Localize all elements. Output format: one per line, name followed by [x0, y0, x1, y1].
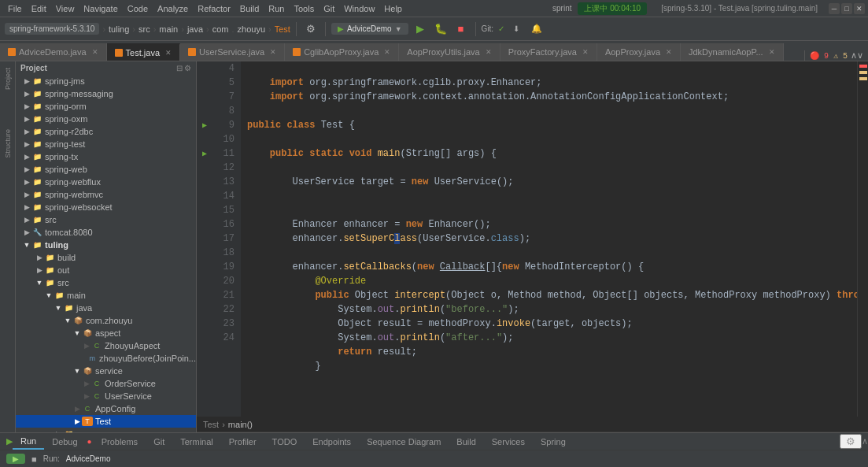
- tree-item-main[interactable]: ▼📁main: [16, 289, 196, 302]
- minimize-button[interactable]: ─: [829, 3, 840, 14]
- stop-button[interactable]: ■: [452, 20, 470, 38]
- tree-item-spring-messaging[interactable]: ▶📁spring-messaging: [16, 87, 196, 100]
- breadcrumb-main[interactable]: main(): [228, 420, 253, 429]
- tree-item-tomcat[interactable]: ▶🔧tomcat.8080: [16, 226, 196, 239]
- structure-panel-tab[interactable]: Structure: [2, 126, 13, 161]
- run-play-button[interactable]: ▶: [6, 454, 25, 464]
- bottom-tab-endpoints[interactable]: Endpoints: [305, 435, 359, 449]
- tree-item-spring-webmvc[interactable]: ▶📁spring-webmvc: [16, 188, 196, 201]
- toolbar-com[interactable]: com: [212, 24, 229, 34]
- close-icon-us[interactable]: ✕: [270, 48, 276, 56]
- menu-view[interactable]: View: [51, 4, 79, 13]
- menu-git[interactable]: Git: [319, 4, 339, 13]
- tree-item-spring-webflux[interactable]: ▶📁spring-webflux: [16, 176, 196, 188]
- tree-item-spring-oxm[interactable]: ▶📁spring-oxm: [16, 113, 196, 125]
- toolbar-java[interactable]: java: [187, 24, 203, 34]
- tree-item-spring-orm[interactable]: ▶📁spring-orm: [16, 100, 196, 113]
- close-icon-test[interactable]: ✕: [165, 49, 172, 57]
- run-arrow-9[interactable]: ▶: [197, 146, 212, 161]
- menu-tools[interactable]: Tools: [289, 4, 319, 13]
- close-icon-apu[interactable]: ✕: [486, 48, 492, 56]
- tree-item-spring-tx[interactable]: ▶📁spring-tx: [16, 150, 196, 163]
- maximize-button[interactable]: □: [841, 3, 852, 14]
- tab-test[interactable]: Test.java ✕: [107, 43, 180, 61]
- tree-item-zhouyubefore[interactable]: ▶mzhouyuBefore(JoinPoin...: [16, 352, 196, 365]
- toolbar-zhouyu[interactable]: zhouyu: [238, 24, 265, 34]
- bottom-tab-services[interactable]: Services: [484, 435, 533, 449]
- toolbar-main[interactable]: main: [159, 24, 178, 34]
- close-icon[interactable]: ✕: [92, 48, 98, 56]
- tree-item-spring-test[interactable]: ▶📁spring-test: [16, 138, 196, 150]
- tree-item-zhouyuaspect[interactable]: ▶CZhouyuAspect: [16, 339, 196, 352]
- tree-item-tuling[interactable]: ▼📁tuling: [16, 239, 196, 251]
- tree-item-out[interactable]: ▶📁out: [16, 264, 196, 276]
- close-icon-ap[interactable]: ✕: [666, 48, 672, 56]
- settings-button[interactable]: ⚙: [302, 20, 319, 38]
- tree-item-build[interactable]: ▶📁build: [16, 251, 196, 264]
- bottom-tab-problems[interactable]: Problems: [94, 435, 146, 449]
- sidebar-collapse-button[interactable]: ⊟: [176, 64, 183, 72]
- sidebar-settings-button[interactable]: ⚙: [184, 64, 191, 72]
- tab-jdkdynamic[interactable]: JdkDynamicAopP... ✕: [681, 43, 784, 61]
- tree-item-java[interactable]: ▼📁java: [16, 302, 196, 314]
- menu-analyze[interactable]: Analyze: [153, 4, 193, 13]
- bottom-expand-button[interactable]: ∧: [862, 436, 868, 447]
- tab-aopproxy[interactable]: AopProxy.java ✕: [597, 43, 681, 61]
- tab-proxyfactory[interactable]: ProxyFactory.java ✕: [500, 43, 597, 61]
- expand-errors-button[interactable]: ∧: [851, 50, 857, 61]
- menu-window[interactable]: Window: [339, 4, 379, 13]
- bottom-tab-debug[interactable]: Debug: [44, 435, 85, 449]
- menu-navigate[interactable]: Navigate: [79, 4, 122, 13]
- bottom-tab-run[interactable]: Run: [13, 434, 44, 450]
- bottom-tab-todo[interactable]: TODO: [264, 435, 305, 449]
- menu-edit[interactable]: Edit: [27, 4, 51, 13]
- code-editor[interactable]: ▶ ▶ 4: [197, 61, 868, 432]
- tree-item-spring-r2dbc[interactable]: ▶📁spring-r2dbc: [16, 125, 196, 138]
- toolbar-project[interactable]: spring-framework-5.3.10: [5, 23, 99, 35]
- debug-button[interactable]: 🐛: [432, 20, 449, 38]
- tab-advice-demo[interactable]: AdviceDemo.java ✕: [0, 43, 107, 61]
- git-fetch-button[interactable]: ⬇: [508, 20, 525, 38]
- tab-cglibaooproxy[interactable]: CglibAopProxy.java ✕: [285, 43, 399, 61]
- tree-item-orderservice[interactable]: ▶COrderService: [16, 377, 196, 390]
- code-content[interactable]: import org.springframework.cglib.proxy.E…: [241, 61, 857, 417]
- toolbar-module[interactable]: tuling: [109, 24, 129, 34]
- bottom-tab-build[interactable]: Build: [449, 435, 483, 449]
- tree-item-src[interactable]: ▶📁src: [16, 213, 196, 226]
- tree-item-spring-web[interactable]: ▶📁spring-web: [16, 163, 196, 176]
- run-button[interactable]: ▶: [412, 20, 429, 38]
- bottom-tab-terminal[interactable]: Terminal: [172, 435, 221, 449]
- tab-aopproxyutils[interactable]: AopProxyUtils.java ✕: [399, 43, 500, 61]
- menu-help[interactable]: Help: [379, 4, 407, 13]
- run-config-selector[interactable]: ▶ AdviceDemo ▼: [331, 23, 408, 35]
- tree-item-resources[interactable]: ▶📁resources: [16, 428, 196, 432]
- menu-build[interactable]: Build: [235, 4, 264, 13]
- tree-item-service[interactable]: ▼📦service: [16, 365, 196, 377]
- toolbar-test[interactable]: Test: [275, 24, 290, 34]
- project-panel-tab[interactable]: Project: [2, 65, 13, 93]
- close-button[interactable]: ✕: [854, 3, 865, 14]
- toolbar-src[interactable]: src: [139, 24, 150, 34]
- bottom-tab-spring[interactable]: Spring: [533, 435, 574, 449]
- tree-item-spring-jms[interactable]: ▶📁spring-jms: [16, 75, 196, 87]
- close-icon-jdk[interactable]: ✕: [769, 48, 775, 56]
- tab-userservice[interactable]: UserService.java ✕: [180, 43, 285, 61]
- notification-button[interactable]: 🔔: [528, 20, 545, 38]
- menu-file[interactable]: File: [3, 4, 27, 13]
- run-arrow-7[interactable]: ▶: [197, 118, 212, 132]
- bottom-tab-profiler[interactable]: Profiler: [221, 435, 264, 449]
- tree-item-userservice[interactable]: ▶CUserService: [16, 390, 196, 402]
- tree-item-src2[interactable]: ▼📁src: [16, 276, 196, 289]
- run-stop-button[interactable]: ■: [31, 454, 37, 464]
- menu-run[interactable]: Run: [264, 4, 289, 13]
- collapse-errors-button[interactable]: ∨: [857, 50, 863, 61]
- menu-refactor[interactable]: Refactor: [193, 4, 235, 13]
- close-icon-cglib[interactable]: ✕: [384, 48, 390, 56]
- tree-item-test[interactable]: ▶TTest: [16, 415, 196, 428]
- tree-item-aspect[interactable]: ▼📦aspect: [16, 327, 196, 339]
- breadcrumb-test[interactable]: Test: [203, 420, 219, 429]
- bottom-tab-git[interactable]: Git: [146, 435, 172, 449]
- bottom-gear-button[interactable]: ⚙: [840, 434, 862, 449]
- menu-code[interactable]: Code: [123, 4, 153, 13]
- tree-item-spring-websocket[interactable]: ▶📁spring-websocket: [16, 201, 196, 213]
